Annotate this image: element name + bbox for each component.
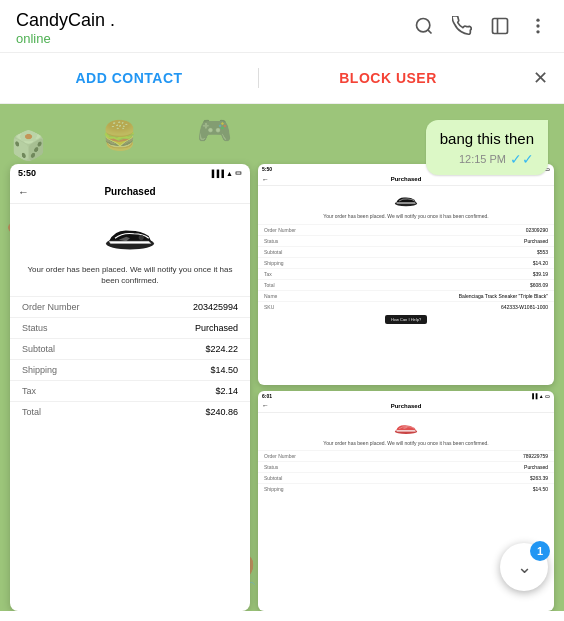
- message-meta: 12:15 PM ✓✓: [440, 151, 534, 167]
- total-label: Total: [22, 407, 41, 417]
- small-sku-row-1: SKU 642333-W1081-1000: [258, 301, 554, 312]
- unread-badge: 1: [530, 541, 550, 561]
- close-button[interactable]: ✕: [517, 53, 564, 103]
- small-total-label-1: Total: [264, 282, 275, 288]
- header-actions: [414, 16, 548, 41]
- phone-status-bar: 5:50 ▐▐▐ ▲ ▭: [10, 164, 250, 180]
- screenshots-container: 5:50 ▐▐▐ ▲ ▭ ← Purchased: [10, 164, 554, 611]
- block-user-button[interactable]: BLOCK USER: [259, 56, 517, 100]
- small-screenshot-1: 5:50 ▐▐ ▲ ▭ ← Purchased Your order has b…: [258, 164, 554, 385]
- contact-info: CandyCain . online: [16, 10, 115, 46]
- shipping-label: Shipping: [22, 365, 57, 375]
- phone-time: 5:50: [18, 168, 36, 178]
- small-status-bar-2: 6:01 ▐▐ ▲ ▭: [258, 391, 554, 400]
- action-bar: ADD CONTACT BLOCK USER ✕: [0, 53, 564, 104]
- small-status-row-2: Status Purchased: [258, 461, 554, 472]
- more-icon[interactable]: [528, 16, 548, 41]
- tax-label: Tax: [22, 386, 36, 396]
- status-row: Status Purchased: [10, 317, 250, 338]
- small-order-row-2: Order Number 789229759: [258, 450, 554, 461]
- small-subtotal-value-2: $263.39: [530, 475, 548, 481]
- small-time-1: 5:50: [262, 166, 272, 172]
- small-shipping-value-2: $14.50: [533, 486, 548, 492]
- phone-status-icons: ▐▐▐ ▲ ▭: [209, 169, 242, 177]
- svg-point-6: [536, 30, 539, 33]
- small-sku-value-1: 642333-W1081-1000: [501, 304, 548, 310]
- tax-row: Tax $2.14: [10, 380, 250, 401]
- chat-area: 🎲 🍔 🎮 🍕 🎸 🌵 🎪 🎯 🍦 🎭 🎈 bang this then 12:…: [0, 104, 564, 611]
- svg-point-4: [536, 18, 539, 21]
- small-shipping-value-1: $14.20: [533, 260, 548, 266]
- scroll-to-bottom-button[interactable]: 1 ⌄: [500, 543, 548, 591]
- message-ticks: ✓✓: [510, 151, 534, 167]
- small-shoe-image-2: [392, 417, 420, 437]
- svg-point-8: [139, 235, 144, 240]
- small-nav-title-1: Purchased: [391, 176, 422, 182]
- shoe-image-container: [10, 204, 250, 264]
- phone-nav: ← Purchased: [10, 180, 250, 204]
- small-sku-label-1: SKU: [264, 304, 274, 310]
- small-icons-2: ▐▐ ▲ ▭: [530, 393, 550, 399]
- small-shipping-label-2: Shipping: [264, 486, 283, 492]
- svg-point-0: [417, 18, 430, 31]
- small-tax-row-1: Tax $39.19: [258, 268, 554, 279]
- small-shipping-label-1: Shipping: [264, 260, 283, 266]
- order-number-value: 203425994: [193, 302, 238, 312]
- small-shipping-row-2: Shipping $14.50: [258, 483, 554, 494]
- small-total-value-1: $608.09: [530, 282, 548, 288]
- small-total-row-1: Total $608.09: [258, 279, 554, 290]
- header: CandyCain . online: [0, 0, 564, 53]
- tax-value: $2.14: [215, 386, 238, 396]
- small-shipping-row-1: Shipping $14.20: [258, 257, 554, 268]
- shoe-image: [100, 216, 160, 256]
- total-row: Total $240.86: [10, 401, 250, 422]
- wifi-icon: ▲: [226, 170, 233, 177]
- svg-point-5: [536, 24, 539, 27]
- signal-icon: ▐▐▐: [209, 170, 224, 177]
- order-number-label: Order Number: [22, 302, 80, 312]
- contact-name: CandyCain .: [16, 10, 115, 31]
- svg-rect-2: [493, 18, 508, 33]
- small-subtotal-row-2: Subtotal $263.39: [258, 472, 554, 483]
- small-status-label-2: Status: [264, 464, 278, 470]
- subtotal-row: Subtotal $224.22: [10, 338, 250, 359]
- small-screenshots-column: 5:50 ▐▐ ▲ ▭ ← Purchased Your order has b…: [258, 164, 554, 611]
- contact-status: online: [16, 31, 115, 46]
- shipping-row: Shipping $14.50: [10, 359, 250, 380]
- small-shoe-image-1: [392, 190, 420, 210]
- small-subtotal-row-1: Subtotal $553: [258, 246, 554, 257]
- add-contact-button[interactable]: ADD CONTACT: [0, 56, 258, 100]
- doodle-icon: 🎲: [11, 129, 46, 162]
- small-shoe-2: [258, 413, 554, 440]
- phone-icon[interactable]: [452, 16, 472, 41]
- subtotal-value: $224.22: [205, 344, 238, 354]
- how-can-help-button[interactable]: How Can I Help?: [385, 315, 427, 324]
- nav-title: Purchased: [104, 186, 155, 197]
- status-label: Status: [22, 323, 48, 333]
- message-text: bang this then: [440, 130, 534, 147]
- small-tax-value-1: $39.19: [533, 271, 548, 277]
- message-bubble: bang this then 12:15 PM ✓✓: [426, 120, 548, 175]
- small-item-row-1: Name Balenciaga Track Sneaker "Triple Bl…: [258, 290, 554, 301]
- small-subtotal-label-2: Subtotal: [264, 475, 282, 481]
- search-icon[interactable]: [414, 16, 434, 41]
- doodle-icon: 🎮: [197, 114, 232, 147]
- subtotal-label: Subtotal: [22, 344, 55, 354]
- small-time-2: 6:01: [262, 393, 272, 399]
- doodle-icon: 🍔: [102, 119, 137, 152]
- small-item-label-1: Name: [264, 293, 277, 299]
- small-status-value-2: Purchased: [524, 464, 548, 470]
- small-confirm-2: Your order has been placed. We will noti…: [258, 440, 554, 451]
- small-nav-title-2: Purchased: [391, 403, 422, 409]
- order-number-row: Order Number 203425994: [10, 296, 250, 317]
- small-status-value-1: Purchased: [524, 238, 548, 244]
- small-status-label-1: Status: [264, 238, 278, 244]
- battery-icon: ▭: [235, 169, 242, 177]
- total-value: $240.86: [205, 407, 238, 417]
- small-item-value-1: Balenciaga Track Sneaker "Triple Black": [459, 293, 548, 299]
- large-screenshot: 5:50 ▐▐▐ ▲ ▭ ← Purchased: [10, 164, 250, 611]
- small-tax-label-1: Tax: [264, 271, 272, 277]
- message-time: 12:15 PM: [459, 153, 506, 165]
- small-order-value-1: 02309290: [526, 227, 548, 233]
- layout-icon[interactable]: [490, 16, 510, 41]
